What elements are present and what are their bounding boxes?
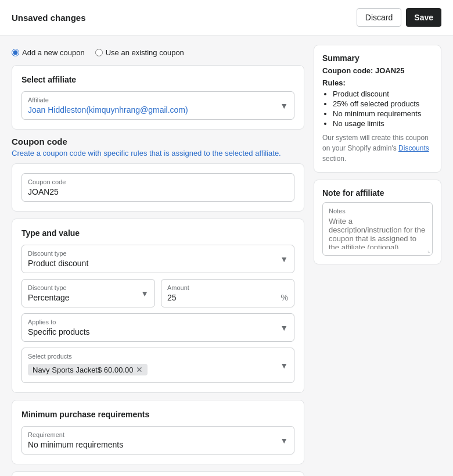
summary-note-suffix: section. bbox=[322, 155, 346, 163]
product-tag[interactable]: Navy Sports Jacket$ 60.00.00 ✕ bbox=[28, 364, 148, 375]
resize-handle-icon: ⌞ bbox=[427, 247, 430, 253]
amount-input[interactable] bbox=[167, 293, 281, 302]
discount-subtype-label: Discount type bbox=[28, 284, 149, 291]
summary-rule-4: No usage limits bbox=[333, 119, 433, 128]
select-products-label: Select products bbox=[28, 353, 288, 360]
affiliate-select[interactable]: Affiliate Joan Hiddleston(kimquynhrang@g… bbox=[21, 91, 294, 120]
notes-textarea[interactable] bbox=[329, 217, 426, 249]
coupon-desc-link[interactable]: selected affiliate. bbox=[225, 149, 281, 158]
note-affiliate-card: Note for affiliate Notes ⌞ bbox=[314, 180, 441, 264]
amount-field[interactable]: Amount % bbox=[161, 279, 294, 307]
summary-discounts-link[interactable]: Discounts bbox=[398, 144, 429, 152]
coupon-code-value: JOAN25 bbox=[28, 187, 288, 196]
discount-subtype-amount-row: Discount type Percentage ▼ Amount % bbox=[21, 279, 294, 307]
coupon-code-field[interactable]: Coupon code JOAN25 bbox=[21, 173, 294, 202]
affiliate-field-label: Affiliate bbox=[28, 96, 288, 103]
notes-area: Notes ⌞ bbox=[322, 202, 433, 256]
note-affiliate-title: Note for affiliate bbox=[322, 188, 433, 198]
amount-input-row: % bbox=[167, 293, 288, 302]
amount-label: Amount bbox=[167, 284, 288, 291]
product-tag-label: Navy Sports Jacket$ 60.00.00 bbox=[33, 366, 133, 374]
summary-title: Summary bbox=[322, 53, 433, 63]
coupon-code-label: Coupon code bbox=[28, 178, 288, 185]
coupon-mode-row: Add a new coupon Use an existing coupon bbox=[12, 45, 304, 58]
coupon-section-title: Coupon code bbox=[12, 137, 304, 146]
requirement-select[interactable]: Requirement No minimum requirements ▼ bbox=[21, 426, 294, 454]
page-body: Add a new coupon Use an existing coupon … bbox=[0, 35, 453, 476]
applies-to-label: Applies to bbox=[28, 318, 288, 325]
coupon-code-section: Coupon code Create a coupon code with sp… bbox=[12, 137, 304, 212]
tag-field: Navy Sports Jacket$ 60.00.00 ✕ bbox=[28, 362, 288, 378]
summary-note: Our system will create this coupon on yo… bbox=[322, 133, 433, 164]
use-existing-coupon-label: Use an existing coupon bbox=[106, 48, 184, 57]
discount-subtype-value: Percentage bbox=[28, 293, 149, 302]
affiliate-field-value: Joan Hiddleston(kimquynhrang@gmail.com) bbox=[28, 105, 288, 114]
affiliate-card: Select affiliate Affiliate Joan Hiddlest… bbox=[12, 65, 304, 130]
type-value-card: Type and value Discount type Product dis… bbox=[12, 219, 304, 393]
add-new-coupon-label: Add a new coupon bbox=[22, 48, 85, 57]
summary-rule-1: Product discount bbox=[333, 90, 433, 98]
discount-type-select[interactable]: Discount type Product discount ▼ bbox=[21, 245, 294, 273]
discount-type-label: Discount type bbox=[28, 250, 288, 257]
summary-coupon-code: Coupon code: JOAN25 bbox=[322, 66, 433, 75]
summary-rule-2: 25% off selected products bbox=[333, 99, 433, 108]
product-tag-remove-icon[interactable]: ✕ bbox=[136, 365, 143, 374]
save-button[interactable]: Save bbox=[406, 8, 441, 27]
discount-type-value: Product discount bbox=[28, 259, 288, 268]
min-purchase-title: Minimum purchase requirements bbox=[21, 410, 294, 419]
select-products-field[interactable]: Select products Navy Sports Jacket$ 60.0… bbox=[21, 348, 294, 383]
top-bar-actions: Discard Save bbox=[357, 8, 441, 27]
affiliate-card-title: Select affiliate bbox=[21, 75, 294, 84]
top-bar: Unsaved changes Discard Save bbox=[0, 0, 453, 35]
main-column: Add a new coupon Use an existing coupon … bbox=[12, 45, 304, 476]
amount-suffix: % bbox=[281, 293, 288, 302]
coupon-desc-text: Create a coupon code with specific rules… bbox=[12, 149, 223, 158]
discard-button[interactable]: Discard bbox=[357, 8, 401, 27]
use-existing-coupon-radio[interactable] bbox=[95, 49, 103, 56]
discount-subtype-select[interactable]: Discount type Percentage ▼ bbox=[21, 279, 155, 307]
notes-label: Notes bbox=[329, 207, 426, 214]
summary-rule-3: No minimum requirements bbox=[333, 109, 433, 118]
min-purchase-card: Minimum purchase requirements Requiremen… bbox=[12, 400, 304, 464]
side-column: Summary Coupon code: JOAN25 Rules: Produ… bbox=[314, 45, 441, 476]
page-title: Unsaved changes bbox=[12, 13, 86, 23]
max-discount-card: Maximum discount uses Usage limits Limit… bbox=[12, 471, 304, 476]
applies-to-value: Specific products bbox=[28, 327, 288, 337]
add-new-coupon-radio[interactable] bbox=[12, 49, 19, 56]
type-value-card-title: Type and value bbox=[21, 228, 294, 238]
requirement-label: Requirement bbox=[28, 431, 288, 438]
use-existing-coupon-option[interactable]: Use an existing coupon bbox=[95, 48, 184, 57]
coupon-code-card: Coupon code JOAN25 bbox=[12, 163, 304, 212]
coupon-section-desc: Create a coupon code with specific rules… bbox=[12, 149, 304, 158]
applies-to-select[interactable]: Applies to Specific products ▼ bbox=[21, 313, 294, 342]
summary-rules-label: Rules: bbox=[322, 78, 433, 87]
summary-rules-list: Product discount 25% off selected produc… bbox=[322, 90, 433, 128]
summary-card: Summary Coupon code: JOAN25 Rules: Produ… bbox=[314, 45, 441, 173]
requirement-value: No minimum requirements bbox=[28, 440, 288, 449]
add-new-coupon-option[interactable]: Add a new coupon bbox=[12, 48, 85, 57]
